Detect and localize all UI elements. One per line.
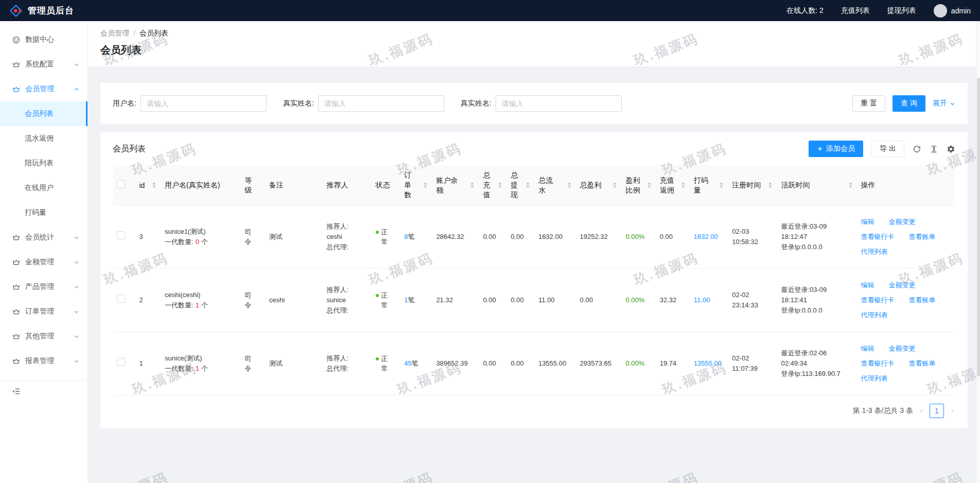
view-bank-card-link[interactable]: 查看银行卡 [861, 358, 895, 369]
column-header-total-profit[interactable]: 总盈利 [576, 165, 622, 205]
sidebar-item-flow-rebate[interactable]: 流水返佣 [0, 126, 87, 151]
cell-referrer: 推荐人: sunice 总代理: [322, 269, 371, 332]
sidebar-item-system-config[interactable]: 系统配置 [0, 52, 87, 77]
view-bank-card-link[interactable]: 查看银行卡 [861, 232, 895, 242]
sidebar-item-data-center[interactable]: 数据中心 [0, 27, 87, 52]
realname-input-2[interactable] [496, 95, 622, 112]
chevron-down-icon [74, 260, 79, 265]
member-table: id 用户名(真实姓名) 等级 备注 推荐人 状态 订单数 账户余额 总充值 总… [113, 165, 955, 395]
withdraw-list-link[interactable]: 提现列表 [887, 6, 916, 15]
row-checkbox[interactable] [117, 231, 125, 239]
scrollbar[interactable] [976, 21, 980, 483]
page-number[interactable]: 1 [930, 404, 944, 418]
select-all-checkbox-header[interactable] [113, 165, 135, 205]
view-bill-link[interactable]: 查看账单 [909, 358, 936, 369]
column-height-icon[interactable] [930, 145, 938, 153]
cell-total-withdraw: 0.00 [506, 332, 534, 395]
menu-fold-icon[interactable] [12, 387, 87, 395]
online-count: 在线人数: 2 [786, 6, 824, 15]
amount-change-link[interactable]: 金额变更 [889, 343, 916, 354]
username-input[interactable] [141, 95, 267, 112]
cell-id: 2 [135, 269, 161, 332]
sidebar-item-dama-volume[interactable]: 打码量 [0, 200, 87, 225]
agent-list-link[interactable]: 代理列表 [861, 373, 888, 384]
cell-dama: 1632.00 [690, 205, 728, 269]
reset-button[interactable]: 重 置 [852, 95, 885, 112]
sidebar-item-companion-list[interactable]: 陪玩列表 [0, 151, 87, 176]
prev-page-icon[interactable] [918, 408, 924, 414]
cell-total-flow: 1632.00 [534, 205, 576, 269]
amount-change-link[interactable]: 金额变更 [889, 280, 916, 290]
user-menu[interactable]: admin [934, 4, 971, 18]
sidebar-item-order-management[interactable]: 订单管理 [0, 299, 87, 324]
column-header-balance[interactable]: 账户余额 [432, 165, 479, 205]
sidebar-item-amount-management[interactable]: 金额管理 [0, 250, 87, 274]
column-header-total-flow[interactable]: 总流水 [534, 165, 576, 205]
column-header-id[interactable]: id [135, 165, 161, 205]
export-button[interactable]: 导 出 [871, 141, 904, 157]
column-header-orders[interactable]: 订单数 [400, 165, 432, 205]
cell-recharge-rebate: 19.74 [656, 332, 690, 395]
cell-total-withdraw: 0.00 [506, 205, 534, 269]
view-bank-card-link[interactable]: 查看银行卡 [861, 295, 895, 305]
sort-icon [498, 182, 502, 188]
realname-input-1[interactable] [318, 95, 444, 112]
cell-dama: 11.00 [690, 269, 728, 332]
username-field-group: 用户名: [113, 95, 267, 112]
sidebar-item-member-stats[interactable]: 会员统计 [0, 225, 87, 250]
sidebar-item-report-management[interactable]: 报表管理 [0, 349, 87, 373]
query-button[interactable]: 查 询 [892, 95, 925, 112]
scrollbar-thumb[interactable] [977, 78, 980, 376]
next-page-icon[interactable] [949, 408, 955, 414]
expand-toggle[interactable]: 展开 [933, 99, 955, 108]
app-title: 管理员后台 [28, 5, 74, 16]
select-all-checkbox[interactable] [117, 180, 125, 188]
column-header-actions: 操作 [857, 165, 955, 205]
cell-total-recharge: 0.00 [479, 205, 506, 269]
sidebar-item-member-management[interactable]: 会员管理 [0, 77, 87, 101]
edit-link[interactable]: 编辑 [861, 343, 874, 354]
sort-icon [647, 182, 652, 188]
chevron-down-icon [74, 284, 79, 290]
cell-active-time: 最近登录:02-06 02:49:34 登录Ip:113.169.90.7 [777, 332, 856, 395]
edit-link[interactable]: 编辑 [861, 217, 874, 227]
column-header-active-time[interactable]: 活跃时间 [777, 165, 856, 205]
edit-link[interactable]: 编辑 [861, 280, 874, 290]
column-header-recharge-rebate[interactable]: 充值返佣 [656, 165, 690, 205]
breadcrumb-parent[interactable]: 会员管理 [100, 29, 129, 38]
sidebar-item-product-management[interactable]: 产品管理 [0, 274, 87, 299]
sort-icon [681, 182, 686, 188]
column-header-profit-ratio[interactable]: 盈利比例 [621, 165, 655, 205]
cell-balance: 28642.32 [432, 205, 479, 269]
settings-gear-icon[interactable] [947, 145, 955, 153]
amount-change-link[interactable]: 金额变更 [889, 217, 916, 227]
view-bill-link[interactable]: 查看账单 [909, 295, 936, 305]
sort-icon [423, 182, 428, 188]
cell-id: 3 [135, 205, 161, 269]
row-checkbox[interactable] [117, 295, 125, 303]
column-header-reg-time[interactable]: 注册时间 [728, 165, 777, 205]
sidebar-item-other-management[interactable]: 其他管理 [0, 324, 87, 349]
sidebar-item-member-list[interactable]: 会员列表 [0, 101, 87, 126]
cell-remark: 测试 [265, 205, 323, 269]
view-bill-link[interactable]: 查看账单 [909, 232, 936, 242]
column-header-total-recharge[interactable]: 总充值 [479, 165, 506, 205]
table-header-row: id 用户名(真实姓名) 等级 备注 推荐人 状态 订单数 账户余额 总充值 总… [113, 165, 955, 205]
sidebar: 数据中心 系统配置 会员管理 会员列表 流水返佣 陪玩列表 在线用户 打码量 会… [0, 21, 88, 483]
pagination: 第 1-3 条/总共 3 条 1 [113, 404, 955, 418]
crown-icon [12, 357, 20, 365]
table-row: 1 sunice(测试) 一代数量:1个 司令 测试 推荐人: 总代理: 正常 … [113, 332, 955, 395]
refresh-icon[interactable] [913, 145, 921, 153]
sidebar-item-online-users[interactable]: 在线用户 [0, 176, 87, 200]
row-checkbox[interactable] [117, 358, 125, 366]
agent-list-link[interactable]: 代理列表 [861, 310, 888, 320]
column-header-dama[interactable]: 打码量 [690, 165, 728, 205]
cell-total-profit: 0.00 [576, 269, 622, 332]
avatar[interactable] [934, 4, 947, 18]
agent-list-link[interactable]: 代理列表 [861, 247, 888, 257]
recharge-list-link[interactable]: 充值列表 [841, 6, 870, 15]
chevron-down-icon [74, 334, 79, 339]
add-member-button[interactable]: 添加会员 [809, 141, 863, 157]
column-header-total-withdraw[interactable]: 总提现 [506, 165, 534, 205]
cell-level: 司令 [240, 205, 265, 269]
